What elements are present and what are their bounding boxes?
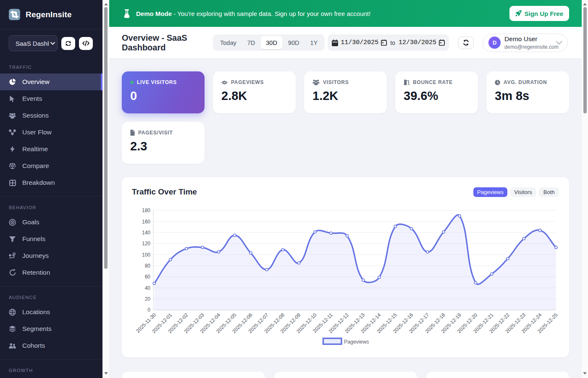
svg-text:20: 20 bbox=[145, 296, 151, 302]
svg-text:100: 100 bbox=[142, 252, 150, 258]
svg-text:160: 160 bbox=[142, 219, 150, 225]
svg-text:40: 40 bbox=[145, 285, 151, 291]
svg-text:120: 120 bbox=[142, 241, 150, 247]
svg-text:60: 60 bbox=[145, 274, 151, 280]
svg-text:0: 0 bbox=[147, 307, 150, 313]
svg-text:180: 180 bbox=[142, 207, 150, 213]
svg-text:80: 80 bbox=[145, 263, 151, 269]
svg-text:Pageviews: Pageviews bbox=[344, 339, 369, 345]
svg-text:140: 140 bbox=[142, 230, 150, 236]
